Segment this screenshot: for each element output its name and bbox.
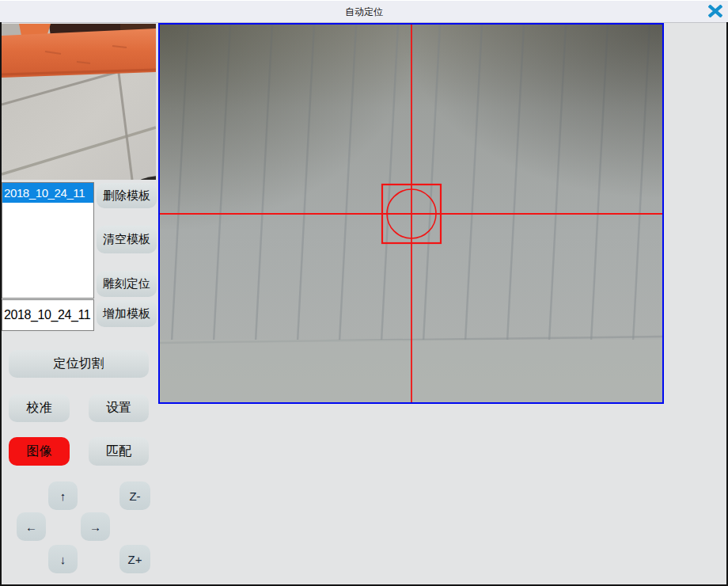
settings-button[interactable]: 设置 bbox=[89, 394, 149, 422]
calibrate-button[interactable]: 校准 bbox=[9, 394, 70, 422]
window-titlebar: 自动定位 bbox=[0, 0, 728, 23]
add-template-button[interactable]: 增加模板 bbox=[97, 300, 157, 327]
clear-templates-button[interactable]: 清空模板 bbox=[97, 226, 157, 253]
camera-view[interactable] bbox=[158, 23, 664, 404]
engrave-position-button[interactable]: 雕刻定位 bbox=[97, 271, 157, 297]
window-frame-left bbox=[0, 22, 2, 586]
z-plus-button[interactable]: Z+ bbox=[119, 545, 150, 573]
z-minus-button[interactable]: Z- bbox=[119, 481, 150, 510]
jog-right-button[interactable]: → bbox=[81, 512, 110, 541]
match-button[interactable]: 匹配 bbox=[89, 437, 149, 466]
jog-up-button[interactable]: ↑ bbox=[48, 481, 78, 510]
template-thumbnail bbox=[2, 24, 156, 180]
camera-feed bbox=[160, 25, 662, 402]
image-button[interactable]: 图像 bbox=[9, 437, 70, 466]
window-title: 自动定位 bbox=[0, 1, 728, 24]
template-name-input[interactable] bbox=[2, 299, 94, 331]
close-icon bbox=[708, 5, 722, 20]
jog-left-button[interactable]: ← bbox=[17, 512, 46, 541]
close-button[interactable] bbox=[705, 2, 726, 22]
template-list[interactable]: 2018_10_24_11 bbox=[2, 182, 94, 299]
auto-position-dialog: 自动定位 bbox=[0, 0, 728, 586]
jog-down-button[interactable]: ↓ bbox=[48, 545, 78, 573]
delete-template-button[interactable]: 删除模板 bbox=[97, 183, 157, 208]
template-list-item[interactable]: 2018_10_24_11 bbox=[2, 183, 93, 203]
position-cut-button[interactable]: 定位切割 bbox=[9, 350, 149, 378]
